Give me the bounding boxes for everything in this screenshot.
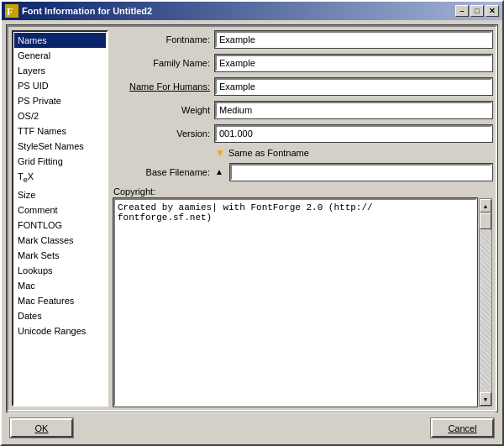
titlebar-buttons: – □ ✕ <box>455 5 499 17</box>
bottom-bar: OK Cancel <box>7 413 497 439</box>
fontname-row: Fontname: <box>113 30 492 49</box>
arrow-down-icon: ▼ <box>215 148 225 158</box>
version-label: Version: <box>113 129 210 139</box>
sidebar-item-fontlog[interactable]: FONTLOG <box>14 218 106 233</box>
arrow-up-icon: ▲ <box>215 168 223 176</box>
same-as-fontname-row: ▼ Same as Fontname <box>215 148 492 158</box>
sidebar[interactable]: Names General Layers PS UID PS Private O… <box>12 30 108 407</box>
window-body: Names General Layers PS UID PS Private O… <box>2 20 502 444</box>
scroll-down-button[interactable]: ▼ <box>480 392 491 406</box>
weight-row: Weight <box>113 101 492 119</box>
titlebar-left: F Font Information for Untitled2 <box>5 4 152 18</box>
sidebar-item-general[interactable]: General <box>14 48 106 63</box>
family-name-row: Family Name: <box>113 54 492 72</box>
name-for-humans-input[interactable] <box>215 78 492 95</box>
scroll-up-button[interactable]: ▲ <box>480 199 491 213</box>
name-for-humans-label: Name For Humans: <box>113 81 210 92</box>
scroll-track <box>480 213 491 392</box>
name-for-humans-row: Name For Humans: <box>113 77 492 96</box>
sidebar-item-ps-uid[interactable]: PS UID <box>14 78 106 93</box>
sidebar-item-comment[interactable]: Comment <box>14 202 106 218</box>
copyright-scrollbar[interactable]: ▲ ▼ <box>479 198 492 407</box>
family-name-input[interactable] <box>215 55 492 71</box>
window-title: Font Information for Untitled2 <box>22 6 152 16</box>
sidebar-item-styleset-names[interactable]: StyleSet Names <box>14 139 106 154</box>
sidebar-item-mark-classes[interactable]: Mark Classes <box>14 233 106 248</box>
copyright-section: Copyright: Created by aamies| with FontF… <box>113 186 492 407</box>
minimize-button[interactable]: – <box>455 5 469 17</box>
sidebar-item-ttf-names[interactable]: TTF Names <box>14 123 106 139</box>
sidebar-item-size[interactable]: Size <box>14 187 106 202</box>
copyright-area-wrapper: Created by aamies| with FontForge 2.0 (h… <box>113 198 492 407</box>
family-name-label: Family Name: <box>113 58 210 68</box>
copyright-label: Copyright: <box>113 186 492 197</box>
sidebar-item-grid-fitting[interactable]: Grid Fitting <box>14 154 106 169</box>
close-button[interactable]: ✕ <box>486 5 499 17</box>
base-filename-label: Base Filename: <box>113 167 210 177</box>
same-as-label: Same as Fontname <box>228 148 309 158</box>
font-information-window: F Font Information for Untitled2 – □ ✕ N… <box>0 0 504 446</box>
cancel-button[interactable]: Cancel <box>431 418 494 438</box>
scroll-thumb[interactable] <box>480 213 491 229</box>
copyright-textarea[interactable]: Created by aamies| with FontForge 2.0 (h… <box>113 198 477 407</box>
main-area: Names General Layers PS UID PS Private O… <box>7 25 497 412</box>
sidebar-item-mac-features[interactable]: Mac Features <box>14 293 106 308</box>
sidebar-item-mac[interactable]: Mac <box>14 278 106 293</box>
sidebar-item-os2[interactable]: OS/2 <box>14 108 106 123</box>
ok-button[interactable]: OK <box>10 418 73 438</box>
fontname-input[interactable] <box>215 31 492 48</box>
sidebar-item-layers[interactable]: Layers <box>14 63 106 78</box>
sidebar-item-ps-private[interactable]: PS Private <box>14 93 106 108</box>
sidebar-item-names[interactable]: Names <box>14 33 106 48</box>
titlebar: F Font Information for Untitled2 – □ ✕ <box>2 2 502 20</box>
maximize-button[interactable]: □ <box>470 5 484 17</box>
version-input[interactable] <box>215 125 492 142</box>
weight-input[interactable] <box>215 102 492 118</box>
font-icon: F <box>5 4 18 18</box>
sidebar-item-mark-sets[interactable]: Mark Sets <box>14 248 106 263</box>
sidebar-item-tex[interactable]: TeX <box>14 169 106 187</box>
base-filename-input[interactable] <box>230 164 492 181</box>
base-filename-arrows: ▲ <box>215 168 223 176</box>
content-panel: Fontname: Family Name: Name For Humans: … <box>113 30 492 407</box>
fontname-label: Fontname: <box>113 34 210 45</box>
version-row: Version: <box>113 124 492 143</box>
sidebar-item-dates[interactable]: Dates <box>14 308 106 323</box>
svg-text:F: F <box>7 6 13 18</box>
base-filename-row: Base Filename: ▲ <box>113 163 492 181</box>
sidebar-item-unicode-ranges[interactable]: Unicode Ranges <box>14 323 106 338</box>
weight-label: Weight <box>113 105 210 115</box>
sidebar-item-lookups[interactable]: Lookups <box>14 263 106 278</box>
